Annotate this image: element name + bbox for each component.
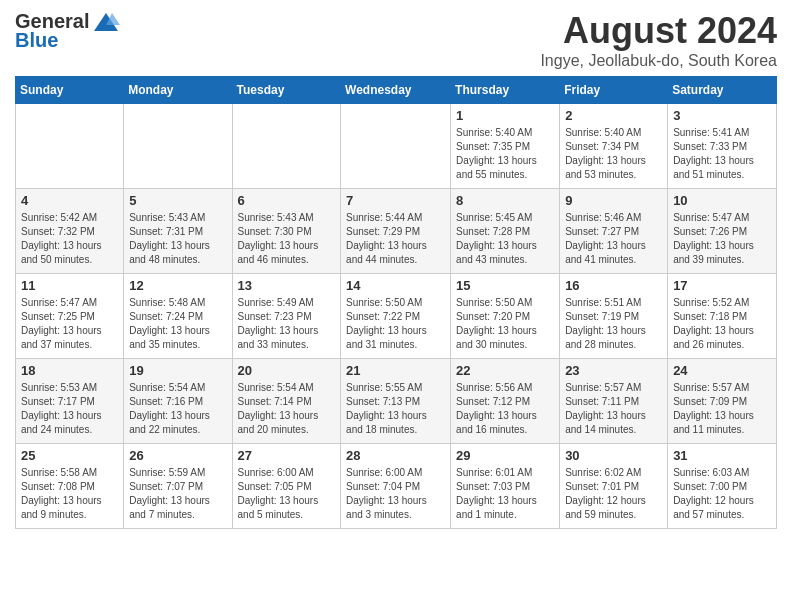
day-number: 18 xyxy=(21,363,118,378)
calendar-cell: 8Sunrise: 5:45 AM Sunset: 7:28 PM Daylig… xyxy=(451,189,560,274)
calendar-cell: 2Sunrise: 5:40 AM Sunset: 7:34 PM Daylig… xyxy=(560,104,668,189)
day-header-wednesday: Wednesday xyxy=(341,77,451,104)
day-info: Sunrise: 5:59 AM Sunset: 7:07 PM Dayligh… xyxy=(129,466,226,522)
logo-blue-text: Blue xyxy=(15,29,58,52)
day-number: 3 xyxy=(673,108,771,123)
day-header-tuesday: Tuesday xyxy=(232,77,341,104)
calendar-cell: 13Sunrise: 5:49 AM Sunset: 7:23 PM Dayli… xyxy=(232,274,341,359)
calendar-cell: 6Sunrise: 5:43 AM Sunset: 7:30 PM Daylig… xyxy=(232,189,341,274)
calendar-cell: 10Sunrise: 5:47 AM Sunset: 7:26 PM Dayli… xyxy=(668,189,777,274)
calendar-cell: 7Sunrise: 5:44 AM Sunset: 7:29 PM Daylig… xyxy=(341,189,451,274)
calendar-cell: 14Sunrise: 5:50 AM Sunset: 7:22 PM Dayli… xyxy=(341,274,451,359)
calendar-cell: 27Sunrise: 6:00 AM Sunset: 7:05 PM Dayli… xyxy=(232,444,341,529)
calendar-cell: 19Sunrise: 5:54 AM Sunset: 7:16 PM Dayli… xyxy=(124,359,232,444)
calendar-cell: 12Sunrise: 5:48 AM Sunset: 7:24 PM Dayli… xyxy=(124,274,232,359)
day-info: Sunrise: 6:03 AM Sunset: 7:00 PM Dayligh… xyxy=(673,466,771,522)
logo: General Blue xyxy=(15,10,120,52)
calendar-week-row: 11Sunrise: 5:47 AM Sunset: 7:25 PM Dayli… xyxy=(16,274,777,359)
calendar-cell: 3Sunrise: 5:41 AM Sunset: 7:33 PM Daylig… xyxy=(668,104,777,189)
calendar-week-row: 4Sunrise: 5:42 AM Sunset: 7:32 PM Daylig… xyxy=(16,189,777,274)
calendar-cell: 5Sunrise: 5:43 AM Sunset: 7:31 PM Daylig… xyxy=(124,189,232,274)
calendar-week-row: 25Sunrise: 5:58 AM Sunset: 7:08 PM Dayli… xyxy=(16,444,777,529)
day-info: Sunrise: 5:56 AM Sunset: 7:12 PM Dayligh… xyxy=(456,381,554,437)
calendar-cell: 28Sunrise: 6:00 AM Sunset: 7:04 PM Dayli… xyxy=(341,444,451,529)
calendar-cell: 25Sunrise: 5:58 AM Sunset: 7:08 PM Dayli… xyxy=(16,444,124,529)
day-info: Sunrise: 5:42 AM Sunset: 7:32 PM Dayligh… xyxy=(21,211,118,267)
calendar-cell: 15Sunrise: 5:50 AM Sunset: 7:20 PM Dayli… xyxy=(451,274,560,359)
calendar-cell xyxy=(124,104,232,189)
day-number: 13 xyxy=(238,278,336,293)
day-info: Sunrise: 5:57 AM Sunset: 7:11 PM Dayligh… xyxy=(565,381,662,437)
calendar-cell: 24Sunrise: 5:57 AM Sunset: 7:09 PM Dayli… xyxy=(668,359,777,444)
day-number: 28 xyxy=(346,448,445,463)
day-info: Sunrise: 5:58 AM Sunset: 7:08 PM Dayligh… xyxy=(21,466,118,522)
calendar-cell: 4Sunrise: 5:42 AM Sunset: 7:32 PM Daylig… xyxy=(16,189,124,274)
day-info: Sunrise: 6:00 AM Sunset: 7:05 PM Dayligh… xyxy=(238,466,336,522)
day-info: Sunrise: 5:47 AM Sunset: 7:25 PM Dayligh… xyxy=(21,296,118,352)
day-info: Sunrise: 5:54 AM Sunset: 7:14 PM Dayligh… xyxy=(238,381,336,437)
day-info: Sunrise: 5:52 AM Sunset: 7:18 PM Dayligh… xyxy=(673,296,771,352)
day-number: 27 xyxy=(238,448,336,463)
day-info: Sunrise: 5:48 AM Sunset: 7:24 PM Dayligh… xyxy=(129,296,226,352)
day-number: 19 xyxy=(129,363,226,378)
location-title: Ingye, Jeollabuk-do, South Korea xyxy=(540,52,777,70)
day-number: 17 xyxy=(673,278,771,293)
day-info: Sunrise: 5:50 AM Sunset: 7:20 PM Dayligh… xyxy=(456,296,554,352)
calendar-cell: 16Sunrise: 5:51 AM Sunset: 7:19 PM Dayli… xyxy=(560,274,668,359)
calendar-week-row: 18Sunrise: 5:53 AM Sunset: 7:17 PM Dayli… xyxy=(16,359,777,444)
title-area: August 2024 Ingye, Jeollabuk-do, South K… xyxy=(540,10,777,70)
day-number: 29 xyxy=(456,448,554,463)
day-number: 4 xyxy=(21,193,118,208)
day-number: 11 xyxy=(21,278,118,293)
day-header-saturday: Saturday xyxy=(668,77,777,104)
day-header-monday: Monday xyxy=(124,77,232,104)
day-number: 20 xyxy=(238,363,336,378)
calendar-cell: 23Sunrise: 5:57 AM Sunset: 7:11 PM Dayli… xyxy=(560,359,668,444)
calendar-cell: 11Sunrise: 5:47 AM Sunset: 7:25 PM Dayli… xyxy=(16,274,124,359)
month-title: August 2024 xyxy=(540,10,777,52)
calendar-cell: 20Sunrise: 5:54 AM Sunset: 7:14 PM Dayli… xyxy=(232,359,341,444)
logo-icon xyxy=(92,11,120,33)
day-number: 15 xyxy=(456,278,554,293)
day-number: 2 xyxy=(565,108,662,123)
day-number: 26 xyxy=(129,448,226,463)
calendar-cell: 9Sunrise: 5:46 AM Sunset: 7:27 PM Daylig… xyxy=(560,189,668,274)
day-number: 14 xyxy=(346,278,445,293)
day-info: Sunrise: 5:45 AM Sunset: 7:28 PM Dayligh… xyxy=(456,211,554,267)
day-number: 5 xyxy=(129,193,226,208)
day-info: Sunrise: 5:43 AM Sunset: 7:31 PM Dayligh… xyxy=(129,211,226,267)
day-number: 9 xyxy=(565,193,662,208)
day-number: 12 xyxy=(129,278,226,293)
day-number: 8 xyxy=(456,193,554,208)
day-number: 21 xyxy=(346,363,445,378)
day-info: Sunrise: 5:43 AM Sunset: 7:30 PM Dayligh… xyxy=(238,211,336,267)
day-info: Sunrise: 5:41 AM Sunset: 7:33 PM Dayligh… xyxy=(673,126,771,182)
day-info: Sunrise: 5:53 AM Sunset: 7:17 PM Dayligh… xyxy=(21,381,118,437)
calendar-cell xyxy=(341,104,451,189)
day-info: Sunrise: 6:00 AM Sunset: 7:04 PM Dayligh… xyxy=(346,466,445,522)
calendar-cell: 18Sunrise: 5:53 AM Sunset: 7:17 PM Dayli… xyxy=(16,359,124,444)
day-number: 1 xyxy=(456,108,554,123)
day-number: 25 xyxy=(21,448,118,463)
day-number: 24 xyxy=(673,363,771,378)
calendar-header-row: SundayMondayTuesdayWednesdayThursdayFrid… xyxy=(16,77,777,104)
calendar-week-row: 1Sunrise: 5:40 AM Sunset: 7:35 PM Daylig… xyxy=(16,104,777,189)
day-header-thursday: Thursday xyxy=(451,77,560,104)
day-info: Sunrise: 5:50 AM Sunset: 7:22 PM Dayligh… xyxy=(346,296,445,352)
day-info: Sunrise: 5:40 AM Sunset: 7:35 PM Dayligh… xyxy=(456,126,554,182)
day-info: Sunrise: 5:49 AM Sunset: 7:23 PM Dayligh… xyxy=(238,296,336,352)
day-info: Sunrise: 5:40 AM Sunset: 7:34 PM Dayligh… xyxy=(565,126,662,182)
day-number: 16 xyxy=(565,278,662,293)
page-header: General Blue August 2024 Ingye, Jeollabu… xyxy=(15,10,777,70)
day-header-friday: Friday xyxy=(560,77,668,104)
day-number: 22 xyxy=(456,363,554,378)
day-header-sunday: Sunday xyxy=(16,77,124,104)
day-info: Sunrise: 5:47 AM Sunset: 7:26 PM Dayligh… xyxy=(673,211,771,267)
calendar-cell: 31Sunrise: 6:03 AM Sunset: 7:00 PM Dayli… xyxy=(668,444,777,529)
day-info: Sunrise: 5:57 AM Sunset: 7:09 PM Dayligh… xyxy=(673,381,771,437)
calendar-cell: 29Sunrise: 6:01 AM Sunset: 7:03 PM Dayli… xyxy=(451,444,560,529)
calendar-cell: 22Sunrise: 5:56 AM Sunset: 7:12 PM Dayli… xyxy=(451,359,560,444)
calendar-cell: 17Sunrise: 5:52 AM Sunset: 7:18 PM Dayli… xyxy=(668,274,777,359)
day-info: Sunrise: 5:51 AM Sunset: 7:19 PM Dayligh… xyxy=(565,296,662,352)
day-number: 30 xyxy=(565,448,662,463)
